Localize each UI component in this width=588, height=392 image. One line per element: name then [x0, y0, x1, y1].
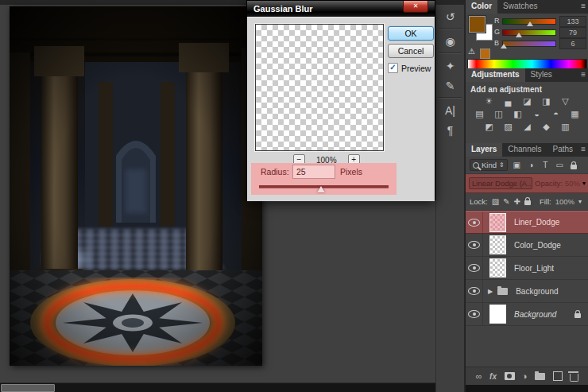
chevron-down-icon[interactable]: ▾: [582, 180, 586, 187]
cancel-button[interactable]: Cancel: [388, 44, 434, 58]
radius-slider[interactable]: [259, 184, 389, 193]
layer-row-background[interactable]: Background: [466, 303, 588, 326]
layer-row-background-group[interactable]: ▶ Background: [466, 280, 588, 303]
hue-saturation-icon[interactable]: ▤: [472, 109, 487, 119]
color-lookup-icon[interactable]: ▦: [567, 109, 582, 119]
brush-presets-panel-icon[interactable]: ✎: [436, 76, 464, 95]
ok-button[interactable]: OK: [388, 26, 434, 41]
lock-all-icon[interactable]: [524, 197, 531, 207]
panel-menu-icon[interactable]: ≡: [581, 0, 588, 14]
pixel-layer-filter-icon[interactable]: ▣: [512, 161, 522, 169]
character-panel-icon[interactable]: A|: [436, 100, 464, 120]
opacity-value[interactable]: 50%: [565, 179, 580, 188]
selective-color-icon[interactable]: ◆: [539, 122, 554, 132]
clone-source-panel-icon[interactable]: ◉: [436, 31, 464, 51]
lock-image-icon[interactable]: ✎: [503, 197, 509, 206]
gradient-map-icon[interactable]: ▥: [558, 122, 573, 132]
exposure-icon[interactable]: ◨: [539, 96, 554, 107]
visibility-toggle[interactable]: [466, 280, 483, 302]
color-balance-icon[interactable]: ◫: [491, 109, 506, 119]
gamut-warning-icon[interactable]: ⚠: [468, 47, 475, 56]
green-slider-thumb[interactable]: [516, 33, 522, 37]
tab-styles[interactable]: Styles: [525, 68, 558, 82]
paragraph-panel-icon[interactable]: ¶: [436, 120, 464, 140]
layer-row-color-dodge[interactable]: Color_Dodge: [466, 234, 588, 257]
tab-swatches[interactable]: Swatches: [497, 0, 543, 14]
green-value[interactable]: 79: [559, 27, 586, 38]
layers-list: Liner_Dodge Color_Dodge Floor_Light ▶ Ba: [466, 211, 588, 326]
invert-icon[interactable]: ◩: [482, 122, 497, 132]
panel-menu-icon[interactable]: ≡: [581, 143, 588, 157]
channel-mixer-icon[interactable]: ◓: [548, 109, 563, 119]
lock-transparency-icon[interactable]: ▨: [492, 197, 499, 206]
threshold-icon[interactable]: ◢: [520, 122, 535, 132]
layer-name: Color_Dodge: [514, 241, 561, 250]
radius-slider-thumb[interactable]: [317, 186, 325, 192]
shape-layer-filter-icon[interactable]: ▭: [555, 161, 565, 169]
tab-channels[interactable]: Channels: [502, 143, 547, 157]
preview-option[interactable]: ✓ Preview: [388, 63, 431, 73]
smart-object-filter-icon[interactable]: [569, 161, 579, 169]
visibility-toggle[interactable]: [466, 303, 483, 325]
horizontal-scrollbar-thumb[interactable]: [1, 384, 55, 392]
horizontal-scrollbar[interactable]: [0, 382, 435, 392]
blue-slider-thumb[interactable]: [501, 44, 507, 49]
layer-thumbnail[interactable]: [489, 213, 506, 232]
layer-style-icon[interactable]: fx: [489, 372, 497, 381]
levels-icon[interactable]: ▄: [501, 96, 516, 107]
visibility-toggle[interactable]: [466, 257, 483, 279]
group-folder-icon: [497, 288, 508, 295]
lock-position-icon[interactable]: ✚: [514, 197, 520, 206]
foreground-color-swatch[interactable]: [469, 16, 485, 33]
layer-row-liner-dodge[interactable]: Liner_Dodge: [466, 211, 588, 234]
adjustment-layer-filter-icon[interactable]: ◑: [526, 161, 536, 169]
kind-filter-dropdown[interactable]: Kind ⇕: [470, 159, 508, 171]
panel-menu-icon[interactable]: ≡: [581, 68, 588, 82]
layer-thumbnail[interactable]: [489, 235, 506, 254]
new-group-icon[interactable]: [535, 373, 545, 380]
tab-color[interactable]: Color: [466, 0, 497, 14]
vibrance-icon[interactable]: ▽: [558, 96, 573, 107]
red-value[interactable]: 133: [559, 16, 586, 27]
red-slider-thumb[interactable]: [527, 21, 533, 26]
history-panel-icon[interactable]: ↺: [436, 6, 464, 26]
black-white-icon[interactable]: ◧: [510, 109, 525, 119]
preview-checkbox[interactable]: ✓: [388, 63, 398, 73]
gamut-swatch[interactable]: [480, 49, 490, 59]
radius-input[interactable]: [292, 165, 335, 179]
layer-thumbnail[interactable]: [489, 305, 506, 324]
new-layer-icon[interactable]: [553, 371, 563, 381]
tab-paths[interactable]: Paths: [547, 143, 579, 157]
layer-thumbnail[interactable]: [489, 258, 506, 278]
add-layer-mask-icon[interactable]: [505, 372, 515, 380]
blue-channel-label: B: [494, 39, 499, 47]
visibility-toggle[interactable]: [466, 234, 483, 256]
chevron-down-icon[interactable]: ▾: [578, 198, 582, 205]
link-layers-icon[interactable]: ∞: [476, 371, 482, 381]
layer-row-floor-light[interactable]: Floor_Light: [466, 257, 588, 280]
blend-mode-dropdown[interactable]: Linear Dodge (A... ⇕: [469, 177, 532, 189]
tab-adjustments[interactable]: Adjustments: [466, 68, 525, 82]
close-button[interactable]: ✕: [403, 1, 428, 13]
green-slider[interactable]: [502, 29, 556, 36]
blue-value[interactable]: 6: [559, 38, 586, 49]
blue-slider[interactable]: [502, 41, 556, 47]
tab-layers[interactable]: Layers: [466, 143, 502, 157]
fill-value[interactable]: 100%: [555, 197, 574, 206]
expand-triangle-icon[interactable]: ▶: [488, 288, 493, 295]
panel-dock: Color Swatches ≡ R 133 G 79: [465, 0, 588, 392]
blur-preview-area[interactable]: [255, 24, 384, 151]
new-adjustment-layer-icon[interactable]: ◑: [522, 371, 528, 381]
posterize-icon[interactable]: ▨: [501, 122, 516, 132]
delete-layer-icon[interactable]: [570, 371, 578, 382]
brightness-contrast-icon[interactable]: ☀: [482, 96, 497, 107]
document-canvas[interactable]: [10, 6, 262, 366]
photo-filter-icon[interactable]: ◒: [529, 109, 544, 119]
tool-presets-panel-icon[interactable]: ✦: [436, 56, 464, 76]
dialog-titlebar[interactable]: Gaussian Blur ✕: [247, 1, 435, 17]
layer-filter-row: Kind ⇕ ▣ ◑ T ▭: [466, 157, 588, 174]
type-layer-filter-icon[interactable]: T: [540, 161, 551, 169]
collapsed-panel-dock: ↺ ◉ ✦ ✎ A| ¶: [435, 5, 465, 392]
curves-icon[interactable]: ◪: [520, 96, 535, 107]
visibility-toggle[interactable]: [466, 212, 483, 233]
